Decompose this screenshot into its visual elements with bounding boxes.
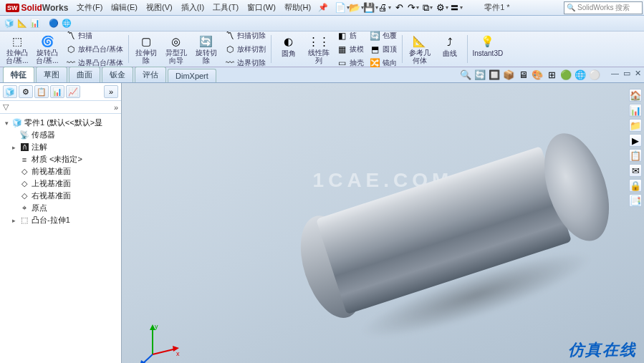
model-cylinder[interactable] — [282, 92, 635, 363]
taskpane-home-icon[interactable]: 🏠 — [629, 89, 642, 102]
qat-print-icon[interactable]: 🖨 — [378, 1, 391, 14]
extrude-feat-icon: ⬚ — [19, 216, 29, 226]
tree-sensors[interactable]: 📡传感器 — [1, 129, 120, 141]
tab-features[interactable]: 特征 — [3, 67, 34, 82]
sb-icon-1[interactable]: 🧊 — [4, 19, 14, 28]
cmd-loft-cut[interactable]: ⬡放样切割 — [222, 43, 268, 56]
axis-y-label: y — [155, 323, 158, 330]
menu-window[interactable]: 窗口(W) — [243, 0, 280, 15]
cmd-extrude-boss[interactable]: ⬚拉伸凸 台/基... — [3, 33, 32, 65]
view-section-icon[interactable]: 🔲 — [488, 68, 501, 81]
taskpane-extra-icon[interactable]: 📑 — [629, 194, 642, 207]
sb-icon-4[interactable]: 🔵 — [49, 19, 59, 28]
cmd-hole-wizard[interactable]: ◎异型孔 向导 — [162, 33, 191, 65]
tree-root[interactable]: ▾🧊零件1 (默认<<默认>显 — [1, 117, 120, 129]
quick-access-toolbar: 📄 📂 💾 🖨 ↶ ↷ ⧉ ⚙ 〓 — [335, 1, 463, 14]
sb-icon-3[interactable]: 📊 — [30, 19, 40, 28]
qat-redo-icon[interactable]: ↷ — [407, 1, 420, 14]
tree-tab-2[interactable]: ⚙ — [19, 85, 33, 98]
qat-new-icon[interactable]: 📄 — [335, 1, 348, 14]
cmd-revolve-cut[interactable]: 🔄旋转切 除 — [192, 33, 221, 65]
taskpane-resources-icon[interactable]: 📊 — [629, 104, 642, 117]
rib-icon: ◧ — [337, 30, 348, 42]
cmd-rib[interactable]: ◧筋 — [335, 29, 366, 42]
tree-tab-4[interactable]: 📊 — [50, 85, 64, 98]
orientation-triad[interactable]: y x z — [135, 319, 185, 363]
cmd-fillet[interactable]: ◐圆角 — [274, 33, 303, 65]
tree-tab-1[interactable]: 🧊 — [3, 85, 17, 98]
view-display-icon[interactable]: 🖥 — [516, 68, 529, 81]
tree-boss-extrude1[interactable]: ▸⬚凸台-拉伸1 — [1, 214, 120, 226]
tree-tab-more[interactable]: » — [104, 85, 118, 98]
qat-save-icon[interactable]: 💾 — [364, 1, 377, 14]
sb-icon-5[interactable]: 🌐 — [62, 19, 72, 28]
cmd-linear-pattern[interactable]: ⋮⋮线性阵 列 — [304, 33, 333, 65]
view-appearance-icon[interactable]: 🎨 — [531, 68, 544, 81]
graphics-viewport[interactable]: 🏠 📊 📁 ▶ 📋 ✉ 🔒 📑 1CAE.COM y x — [122, 83, 644, 363]
view-hide-icon[interactable]: 🌐 — [574, 68, 587, 81]
wrap-icon: 🔄 — [370, 30, 381, 42]
menu-insert[interactable]: 插入(I) — [177, 0, 208, 15]
tree-tab-3[interactable]: 📋 — [34, 85, 49, 98]
qat-open-icon[interactable]: 📂 — [350, 1, 362, 14]
document-title: 零件1 * — [484, 2, 509, 13]
menu-file[interactable]: 文件(F) — [72, 0, 107, 15]
cmd-wrap[interactable]: 🔄包覆 — [367, 29, 399, 42]
tab-sketch[interactable]: 草图 — [36, 67, 67, 82]
app-name-b: Works — [42, 3, 68, 13]
menu-view[interactable]: 视图(V) — [142, 0, 177, 15]
qat-select-icon[interactable]: ⧉ — [421, 1, 434, 14]
tree-front-plane[interactable]: ◇前视基准面 — [1, 165, 120, 178]
cmd-loft[interactable]: ⬡放样凸台/基体 — [63, 43, 125, 56]
qat-rebuild-icon[interactable]: ⚙ — [436, 1, 448, 14]
tab-surfaces[interactable]: 曲面 — [69, 67, 100, 82]
tree-tab-5[interactable]: 📈 — [66, 85, 80, 98]
tree-filter[interactable]: ▽ » — [0, 101, 121, 114]
cmd-instant3d[interactable]: 💡Instant3D — [471, 33, 505, 65]
win-close[interactable]: ✕ — [635, 69, 641, 78]
menu-tools[interactable]: 工具(T) — [208, 0, 243, 15]
tree-top-plane[interactable]: ◇上视基准面 — [1, 178, 120, 190]
menu-pin-icon[interactable]: 📌 — [315, 3, 331, 12]
tree-expand-icon[interactable]: » — [114, 103, 118, 112]
cmd-revolve-boss[interactable]: 🌀旋转凸 台/基... — [33, 33, 62, 65]
view-render-icon[interactable]: 🟢 — [559, 68, 572, 81]
qat-undo-icon[interactable]: ↶ — [393, 1, 405, 14]
taskpane-view-icon[interactable]: 📋 — [629, 149, 642, 162]
tab-evaluate[interactable]: 评估 — [135, 67, 166, 82]
cmd-refgeom[interactable]: 📐参考几 何体 — [405, 33, 434, 65]
cmd-draft[interactable]: ▦拔模 — [335, 43, 366, 56]
cmd-sweep-cut[interactable]: 〽扫描切除 — [222, 29, 268, 42]
taskpane-custom-icon[interactable]: 🔒 — [629, 179, 642, 192]
view-toolbar: 🔍 🔄 🔲 📦 🖥 🎨 ⊞ 🟢 🌐 ⚪ — [459, 68, 601, 81]
view-zoom-icon[interactable]: 🔍 — [459, 68, 472, 81]
menu-edit[interactable]: 编辑(E) — [107, 0, 142, 15]
command-manager: ⬚拉伸凸 台/基... 🌀旋转凸 台/基... 〽扫描 ⬡放样凸台/基体 〰边界… — [0, 32, 644, 67]
sb-icon-2[interactable]: 📐 — [17, 19, 27, 28]
tree-annotations[interactable]: ▸🅰注解 — [1, 141, 120, 153]
cmd-curves[interactable]: ⤴曲线 — [436, 33, 464, 65]
qat-options-icon[interactable]: 〓 — [450, 1, 463, 14]
win-max[interactable]: ▭ — [623, 69, 630, 78]
tab-dimxpert[interactable]: DimXpert — [168, 69, 216, 82]
view-scene-icon[interactable]: ⊞ — [545, 68, 558, 81]
cmd-sweep[interactable]: 〽扫描 — [63, 29, 125, 42]
taskpane-explorer-icon[interactable]: ▶ — [629, 134, 642, 147]
taskpane-library-icon[interactable]: 📁 — [629, 119, 642, 132]
cmd-dome[interactable]: ⬒圆顶 — [367, 43, 399, 56]
view-rotate-icon[interactable]: 🔄 — [474, 68, 486, 81]
tab-sheetmetal[interactable]: 钣金 — [102, 67, 133, 82]
tree-right-plane[interactable]: ◇右视基准面 — [1, 190, 120, 202]
view-orient-icon[interactable]: 📦 — [502, 68, 515, 81]
taskpane-appearance-icon[interactable]: ✉ — [629, 164, 642, 177]
menu-bar: SW SolidWorks 文件(F) 编辑(E) 视图(V) 插入(I) 工具… — [0, 0, 644, 16]
view-settings-icon[interactable]: ⚪ — [588, 68, 601, 81]
cmd-extrude-cut[interactable]: ▢拉伸切 除 — [132, 33, 160, 65]
extrude-icon: ⬚ — [9, 34, 25, 49]
tree-material[interactable]: ≡材质 <未指定> — [1, 153, 120, 165]
menu-help[interactable]: 帮助(H) — [280, 0, 315, 15]
win-min[interactable]: — — [611, 69, 619, 78]
app-logo: SW SolidWorks — [1, 3, 72, 13]
search-input[interactable]: 🔍 SolidWorks 搜索 — [564, 1, 643, 14]
tree-origin[interactable]: ⌖原点 — [1, 202, 120, 214]
